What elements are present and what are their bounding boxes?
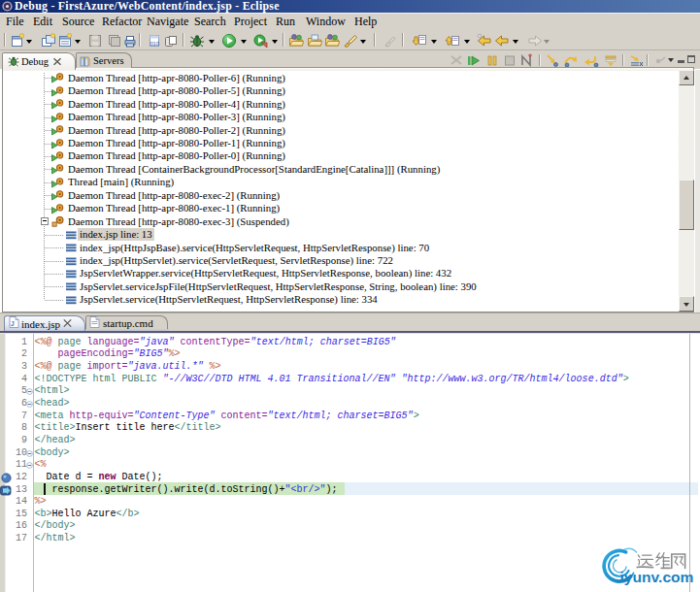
svg-text:iyunv.com: iyunv.com [620,569,694,585]
svg-text:010: 010 [150,41,159,47]
svg-text:J: J [11,320,15,327]
